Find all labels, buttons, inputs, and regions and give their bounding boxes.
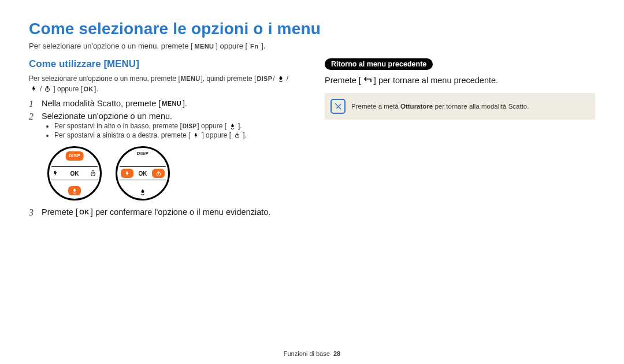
left-column: Come utilizzare [MENU] Per selezionare u… [29,58,299,220]
subintro-text: / [287,73,288,84]
step-text: Premete [ [42,207,78,217]
subintro-text: / [40,84,42,94]
flash-icon [191,131,201,139]
ok-center-label: OK [70,170,79,177]
step-text: ]. [183,99,187,108]
page-title: Come selezionare le opzioni o i menu [29,20,595,38]
step-2: Selezionate un'opzione o un menu. Per sp… [29,112,299,200]
menu-label-icon: MENU [162,99,181,107]
disp-label-icon: DISP [257,75,272,83]
subintro-text: ]. [94,84,98,94]
subintro-text: ] oppure [ [53,84,83,94]
back-arrow-icon [362,76,373,84]
timer-icon [42,85,53,93]
ok-center-label: OK [139,170,147,177]
intro-mid: ] oppure [ [216,42,247,50]
macro-icon [276,75,286,83]
step-text: ] per confermare l'opzione o il menu evi… [91,207,270,217]
sub-text: Per spostarvi in alto o in basso, premet… [54,122,182,130]
disp-button-icon: DISP [137,151,149,156]
ok-label-icon: OK [83,85,94,93]
note-post: per tornare alla modalità Scatto. [433,103,529,110]
subintro-text: / [273,73,274,84]
step-text: Nella modalità Scatto, premete [ [42,99,161,108]
return-body: Premete [ ] per tornare al menu preceden… [325,76,595,85]
sub-text: Per spostarvi a sinistra o a destra, pre… [54,131,190,139]
step-3: Premete [ OK ] per confermare l'opzione … [29,207,299,217]
note-box: Premete a metà Otturatore per tornare al… [325,93,595,120]
sub-text: ]. [238,122,242,130]
columns: Come utilizzare [MENU] Per selezionare u… [29,58,595,220]
ok-label-icon: OK [79,208,90,216]
macro-button-icon [139,188,146,195]
left-subintro: Per selezionare un'opzione o un menu, pr… [29,73,299,94]
menu-label-icon: MENU [181,75,200,83]
intro-line: Per selezionare un'opzione o un menu, pr… [29,42,595,50]
disp-label-icon: DISP [183,122,197,130]
note-text: Premete a metà Otturatore per tornare al… [351,103,529,110]
return-text: Premete [ [325,76,361,85]
timer-button-icon [90,170,96,177]
return-text: ] per tornare al menu precedente. [374,76,498,85]
flash-button-highlighted-icon [121,169,133,178]
sub-text: ]. [243,131,247,139]
right-column: Ritorno al menu precedente Premete [ ] p… [325,58,595,220]
dial-diagrams: DISP OK [47,146,299,200]
dial-updown: DISP OK [47,146,102,200]
note-pre: Premete a metà [351,103,400,110]
dial-leftright: DISP OK [116,146,170,200]
subintro-text: Per selezionare un'opzione o un menu, pr… [29,73,180,84]
page-footer: Funzioni di base 28 [0,350,624,357]
left-heading: Come utilizzare [MENU] [29,58,299,70]
note-info-icon [330,99,346,114]
disp-button-highlighted-icon: DISP [66,151,84,161]
timer-button-highlighted-icon [152,169,165,178]
intro-pre: Per selezionare un'opzione o un menu, pr… [29,42,193,50]
macro-button-highlighted-icon [68,186,81,195]
step-2a: Per spostarvi in alto o in basso, premet… [54,122,299,130]
macro-icon [227,122,237,130]
return-menu-badge: Ritorno al menu precedente [325,58,433,70]
flash-button-icon [53,170,58,177]
step-2-sub: Per spostarvi in alto o in basso, premet… [46,122,299,139]
step-1: Nella modalità Scatto, premete [ MENU ]. [29,99,299,108]
sub-text: ] oppure [ [197,122,226,130]
intro-post: ]. [261,42,265,50]
fn-label-icon: Fn [249,42,259,50]
step-2b: Per spostarvi a sinistra o a destra, pre… [54,131,299,139]
subintro-text: ], quindi premete [ [200,73,256,84]
flash-icon [29,85,39,93]
footer-page: 28 [333,350,340,357]
footer-label: Funzioni di base [284,350,330,357]
note-bold: Otturatore [400,103,433,110]
timer-icon [232,131,242,139]
sub-text: ] oppure [ [202,131,231,139]
menu-label-icon: MENU [195,42,214,50]
steps-list: Nella modalità Scatto, premete [ MENU ].… [29,99,299,217]
step-text: Selezionate un'opzione o un menu. [42,112,172,121]
